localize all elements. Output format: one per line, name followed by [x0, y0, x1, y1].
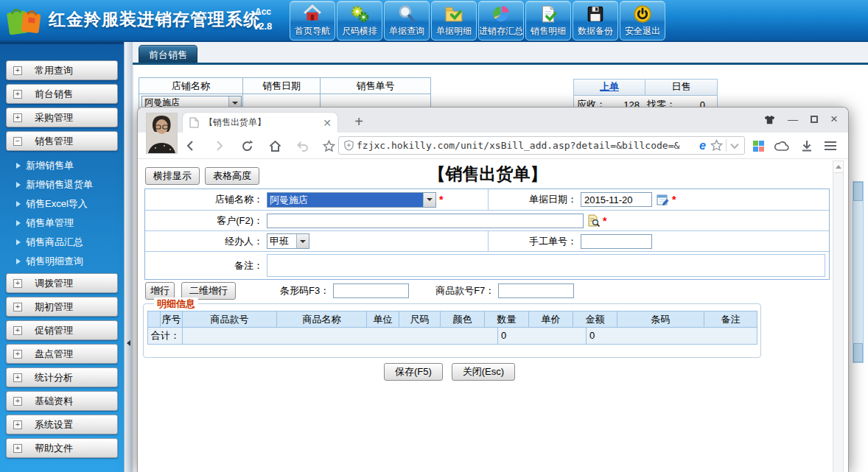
close-icon[interactable]: × [830, 113, 838, 125]
scroll-up-button[interactable] [853, 182, 863, 201]
url-text[interactable]: fzjxc.hokilly.com/unit/xsBill_add.asp?de… [357, 140, 698, 151]
toolbar-doc-detail[interactable]: 单据明细 [431, 1, 477, 40]
sidebar-splitter[interactable] [124, 42, 133, 472]
expand-plus-icon[interactable]: + [13, 113, 22, 122]
calendar-edit-icon[interactable] [657, 194, 669, 206]
manual-no-input[interactable] [581, 234, 652, 249]
expand-plus-icon[interactable]: + [13, 420, 22, 429]
toolbar-doc-query[interactable]: 单据查询 [384, 1, 430, 40]
favorite-star-icon[interactable] [321, 138, 336, 153]
operator-select[interactable]: 甲班 [267, 233, 309, 249]
sidebar-group-label: 基础资料 [35, 395, 73, 408]
address-bar[interactable]: fzjxc.hokilly.com/unit/xsBill_add.asp?de… [338, 136, 745, 155]
sidebar-item-sales-detail-query[interactable]: 销售明细查询 [0, 252, 124, 271]
sidebar-item-opening-mgmt[interactable]: + 期初管理 [6, 297, 118, 317]
expand-plus-icon[interactable]: + [13, 90, 22, 99]
forward-icon[interactable] [211, 138, 226, 153]
user-avatar[interactable] [146, 113, 178, 154]
toolbar-label: 首页导航 [295, 25, 330, 38]
tab-close-icon[interactable]: ✕ [323, 117, 332, 129]
browser-tab-active[interactable]: 【销售出货单】 ✕ [182, 112, 338, 133]
toolbar-safe-exit[interactable]: 安全退出 [620, 1, 665, 40]
save-button[interactable]: 保存(F5) [384, 363, 443, 381]
toolbar-label: 进销存汇总 [479, 25, 523, 38]
sidebar-item-purchase-mgmt[interactable]: + 采购管理 [6, 108, 118, 127]
toolbar-size-layout[interactable]: 尺码横排 [337, 1, 382, 40]
home-icon[interactable] [267, 138, 282, 153]
new-tab-button[interactable]: + [350, 113, 368, 130]
tab-last-order[interactable]: 上单 [574, 80, 645, 95]
expand-plus-icon[interactable]: + [13, 303, 22, 311]
gears-icon [350, 4, 369, 24]
expand-plus-icon[interactable]: + [13, 444, 22, 453]
date-input[interactable] [581, 192, 652, 207]
expand-plus-icon[interactable]: + [13, 66, 22, 75]
shield-icon [344, 140, 354, 151]
col-selector [147, 311, 161, 328]
sidebar-item-system-settings[interactable]: + 系统设置 [6, 415, 118, 434]
chevron-down-icon[interactable] [423, 193, 435, 207]
bookmark-star-icon[interactable] [710, 139, 723, 152]
expand-plus-icon[interactable]: + [13, 350, 22, 359]
collapse-arrow-icon[interactable] [127, 340, 130, 346]
lookup-doc-search-icon[interactable] [587, 214, 600, 227]
ie-compat-icon[interactable]: e [699, 139, 706, 152]
expand-plus-icon[interactable]: + [13, 279, 22, 288]
back-icon[interactable] [183, 138, 198, 153]
chevron-down-icon[interactable] [296, 234, 309, 248]
customer-input[interactable] [267, 214, 584, 228]
collapse-minus-icon[interactable]: − [13, 137, 22, 146]
sidebar-item-add-sales-order[interactable]: 新增销售单 [0, 156, 124, 175]
sidebar-item-help-files[interactable]: + 帮助文件 [6, 438, 118, 458]
chevron-down-icon[interactable] [729, 141, 740, 151]
sidebar-item-add-sales-return[interactable]: 新增销售退货单 [0, 175, 124, 194]
download-icon[interactable] [799, 138, 814, 153]
expand-plus-icon[interactable]: + [13, 373, 22, 382]
sidebar-item-common-queries[interactable]: + 常用查询 [6, 60, 118, 80]
total-empty [183, 328, 498, 345]
form-scrollbar[interactable] [833, 161, 844, 472]
store-select[interactable]: 阿曼施店 [267, 192, 436, 208]
skin-shirt-icon[interactable] [764, 115, 775, 124]
sidebar-item-stocktake-mgmt[interactable]: + 盘点管理 [6, 344, 118, 364]
sidebar-item-pos-sales[interactable]: + 前台销售 [6, 84, 118, 104]
sidebar-item-sales-product-summary[interactable]: 销售商品汇总 [0, 233, 124, 252]
total-label: 合计： [147, 328, 183, 345]
reload-icon[interactable] [239, 138, 254, 153]
remark-textarea[interactable] [267, 254, 825, 277]
sku-input[interactable] [498, 283, 574, 298]
toolbar-data-backup[interactable]: 数据备份 [573, 1, 618, 40]
sidebar-item-promotion-mgmt[interactable]: + 促销管理 [6, 320, 118, 340]
undo-icon[interactable] [295, 138, 309, 153]
col-product-name: 商品名称 [277, 311, 367, 328]
submenu-label: 新增销售退货单 [26, 178, 93, 191]
maximize-icon[interactable] [811, 116, 818, 123]
expand-plus-icon[interactable]: + [13, 326, 22, 335]
submenu-label: 销售明细查询 [26, 255, 83, 268]
toolbar-home-nav[interactable]: 首页导航 [290, 1, 335, 40]
apps-grid-icon[interactable] [751, 138, 766, 153]
menu-hamburger-icon[interactable] [823, 138, 838, 153]
expand-plus-icon[interactable]: + [13, 397, 22, 406]
sales-shipment-form-page: 横排显示 表格高度 【销售出货单】 店铺名称： 阿曼施店 * 单据日期： [138, 159, 849, 472]
scroll-up-button[interactable] [833, 161, 843, 173]
tab-daily-sales[interactable]: 日售 [645, 80, 717, 95]
barcode-label: 条形码F3： [280, 284, 329, 297]
sidebar-item-transfer-mgmt[interactable]: + 调拨管理 [6, 273, 118, 293]
minimize-icon[interactable]: — [788, 113, 798, 125]
toolbar-sales-detail[interactable]: 销售明细 [525, 1, 571, 40]
sidebar-item-sales-excel-import[interactable]: 销售Excel导入 [0, 194, 124, 214]
page-scrollbar[interactable] [853, 181, 864, 363]
sidebar-item-sales-mgmt[interactable]: − 销售管理 [6, 131, 118, 151]
close-button[interactable]: 关闭(Esc) [452, 363, 515, 381]
scroll-down-button[interactable] [853, 343, 863, 362]
cloud-sync-icon[interactable] [774, 138, 789, 153]
col-price: 单价 [529, 311, 573, 328]
toolbar-inventory-summary[interactable]: 进销存汇总 [478, 1, 524, 40]
sidebar-item-sales-order-mgmt[interactable]: 销售单管理 [0, 214, 124, 233]
pie-chart-icon [491, 4, 511, 24]
sidebar-item-stats-analysis[interactable]: + 统计分析 [6, 367, 118, 387]
barcode-input[interactable] [333, 283, 409, 298]
col-color: 颜色 [441, 311, 485, 328]
sidebar-item-base-data[interactable]: + 基础资料 [6, 391, 118, 411]
